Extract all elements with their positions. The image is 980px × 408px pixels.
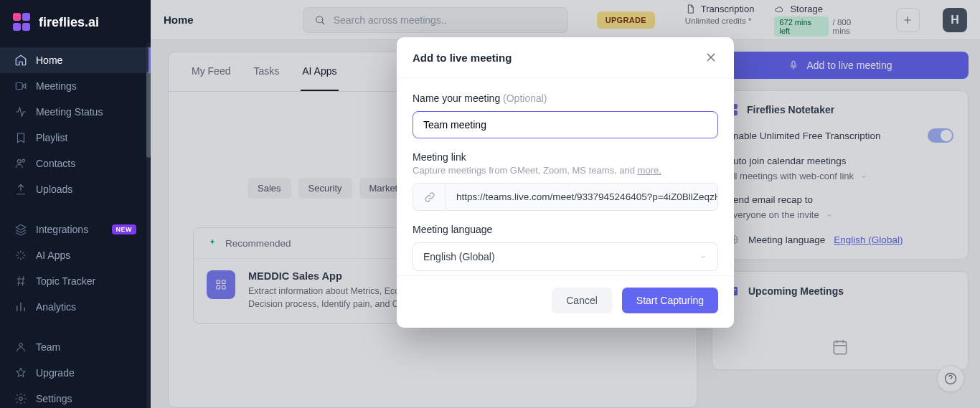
sidebar-item-label: Meetings xyxy=(36,80,77,92)
link-icon xyxy=(423,191,436,204)
close-icon[interactable] xyxy=(704,50,718,65)
sidebar-item-label: Home xyxy=(36,54,62,66)
bookmark-icon xyxy=(14,131,27,144)
sidebar-item-contacts[interactable]: Contacts xyxy=(0,151,151,176)
sidebar-item-label: Integrations xyxy=(36,224,88,235)
meeting-link-hint: Capture meetings from GMeet, Zoom, MS te… xyxy=(413,165,718,176)
sidebar-item-label: Upgrade xyxy=(36,367,75,379)
sidebar-item-uploads[interactable]: Uploads xyxy=(0,176,151,202)
star-icon xyxy=(14,366,27,379)
layers-icon xyxy=(14,223,27,236)
sidebar-item-team[interactable]: Team xyxy=(0,334,151,360)
sidebar-item-label: Settings xyxy=(36,393,72,404)
activity-icon xyxy=(14,105,27,118)
sidebar: fireflies.ai HomeMeetingsMeeting StatusP… xyxy=(0,0,151,408)
start-capturing-button[interactable]: Start Capturing xyxy=(622,288,718,313)
sidebar-item-topic-tracker[interactable]: Topic Tracker xyxy=(0,268,151,294)
logo-icon xyxy=(13,13,32,32)
more-link[interactable]: more. xyxy=(638,165,661,176)
meeting-link-input[interactable]: https://teams.live.com/meet/933794524640… xyxy=(413,183,718,211)
sidebar-item-integrations[interactable]: IntegrationsNEW xyxy=(0,217,151,242)
sidebar-item-analytics[interactable]: Analytics xyxy=(0,294,151,320)
brand-name: fireflies.ai xyxy=(39,15,99,30)
video-icon xyxy=(14,80,27,92)
sidebar-item-meeting-status[interactable]: Meeting Status xyxy=(0,99,151,125)
sparkle-icon xyxy=(14,249,27,262)
nav-footer: TeamUpgradeSettings xyxy=(0,331,151,408)
nav-primary: HomeMeetingsMeeting StatusPlaylistContac… xyxy=(0,44,151,205)
sidebar-item-meetings[interactable]: Meetings xyxy=(0,73,151,99)
sidebar-item-label: Team xyxy=(36,341,60,353)
sidebar-item-label: Analytics xyxy=(36,301,76,313)
upload-icon xyxy=(14,183,27,196)
meeting-language-field-label: Meeting language xyxy=(413,224,718,235)
team-icon xyxy=(14,341,27,354)
sidebar-item-ai-apps[interactable]: AI Apps xyxy=(0,242,151,268)
users-icon xyxy=(14,157,27,170)
brand-logo[interactable]: fireflies.ai xyxy=(0,9,151,44)
nav-secondary: IntegrationsNEWAI AppsTopic TrackerAnaly… xyxy=(0,214,151,323)
new-badge: NEW xyxy=(112,224,137,234)
sidebar-item-label: Uploads xyxy=(36,184,72,195)
modal-title: Add to live meeting xyxy=(413,52,512,64)
meeting-name-input[interactable] xyxy=(413,111,718,138)
sidebar-item-playlist[interactable]: Playlist xyxy=(0,125,151,151)
meeting-language-select[interactable]: English (Global) xyxy=(413,242,718,271)
add-to-live-meeting-modal: Add to live meeting Name your meeting (O… xyxy=(397,37,734,328)
sidebar-item-upgrade[interactable]: Upgrade xyxy=(0,360,151,386)
cancel-button[interactable]: Cancel xyxy=(552,288,612,313)
sidebar-item-home[interactable]: Home xyxy=(0,47,151,73)
sidebar-item-label: AI Apps xyxy=(36,250,70,261)
bars-icon xyxy=(14,300,27,313)
chevron-down-icon xyxy=(699,252,707,261)
hash-icon xyxy=(14,275,27,288)
home-icon xyxy=(14,54,27,67)
gear-icon xyxy=(14,392,27,405)
sidebar-item-label: Meeting Status xyxy=(36,106,103,118)
modal-overlay[interactable]: Add to live meeting Name your meeting (O… xyxy=(151,0,980,408)
sidebar-item-settings[interactable]: Settings xyxy=(0,386,151,408)
sidebar-item-label: Playlist xyxy=(36,132,67,143)
meeting-link-label: Meeting link xyxy=(413,151,718,163)
meeting-name-label: Name your meeting (Optional) xyxy=(413,92,718,104)
sidebar-item-label: Contacts xyxy=(36,158,75,169)
sidebar-item-label: Topic Tracker xyxy=(36,275,95,287)
